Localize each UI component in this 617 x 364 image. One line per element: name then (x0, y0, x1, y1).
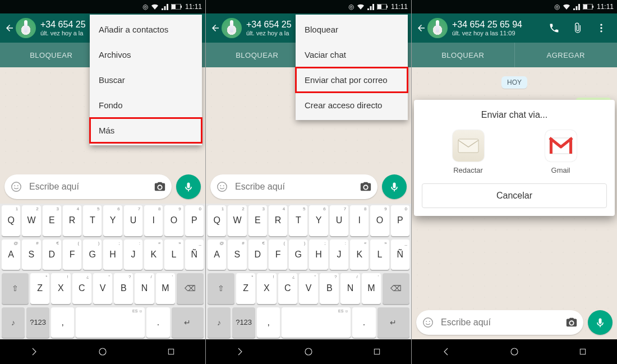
message-input[interactable] (234, 181, 354, 192)
menu-add-shortcut[interactable]: Crear acceso directo (296, 93, 408, 118)
key-a[interactable]: @A (208, 239, 226, 270)
key-k[interactable]: «K (144, 239, 163, 270)
avatar[interactable] (427, 18, 448, 38)
key-w[interactable]: 2W (22, 205, 40, 236)
key-r[interactable]: 4R (269, 205, 287, 236)
share-compose[interactable]: Redactar (453, 130, 484, 174)
key-period[interactable]: . (352, 307, 375, 338)
key-h[interactable]: ;H (103, 239, 122, 270)
back-icon[interactable] (416, 23, 426, 33)
key-b[interactable]: ?B (320, 273, 339, 304)
key-k[interactable]: «K (350, 239, 369, 270)
mic-button[interactable] (176, 174, 201, 199)
camera-icon[interactable] (154, 181, 166, 193)
key-shift[interactable]: ⇧ (208, 273, 234, 304)
key-q[interactable]: 1Q (2, 205, 20, 236)
block-button[interactable]: BLOQUEAR (412, 43, 515, 67)
share-cancel[interactable]: Cancelar (422, 183, 607, 208)
key-shift[interactable]: ⇧ (2, 273, 29, 304)
key-z[interactable]: *Z (30, 273, 49, 304)
key-d[interactable]: €D (43, 239, 61, 270)
key-n[interactable]: /N (135, 273, 154, 304)
key-backspace[interactable]: ⌫ (383, 273, 409, 304)
nav-home[interactable] (96, 345, 109, 358)
attach-icon[interactable] (572, 22, 583, 34)
back-icon[interactable] (210, 23, 220, 33)
key-x[interactable]: !X (257, 273, 276, 304)
key-a[interactable]: @A (2, 239, 20, 270)
menu-block[interactable]: Bloquear (296, 17, 408, 42)
key-o[interactable]: 9O (370, 205, 389, 236)
menu-add-contacts[interactable]: Añadir a contactos (90, 17, 202, 42)
key-i[interactable]: 8I (350, 205, 369, 236)
key-v[interactable]: "V (93, 273, 112, 304)
key-comma[interactable]: , (257, 307, 280, 338)
nav-home[interactable] (302, 345, 315, 358)
key-s[interactable]: #S (228, 239, 246, 270)
key-c[interactable]: ¿C (72, 273, 91, 304)
key-x[interactable]: !X (51, 273, 70, 304)
key-d[interactable]: €D (248, 239, 267, 270)
key-r[interactable]: 4R (63, 205, 81, 236)
key-u[interactable]: 7U (330, 205, 348, 236)
nav-recent[interactable] (371, 345, 383, 358)
nav-recent[interactable] (577, 345, 589, 358)
key-h[interactable]: ;H (309, 239, 328, 270)
key-f[interactable]: (F (63, 239, 81, 270)
back-icon[interactable] (4, 23, 15, 33)
block-button[interactable]: BLOQUEAR (0, 43, 103, 67)
nav-back[interactable] (440, 345, 452, 358)
avatar[interactable] (222, 18, 242, 38)
nav-home[interactable] (508, 345, 521, 358)
key-f[interactable]: (F (269, 239, 287, 270)
key-m[interactable]: 'M (362, 273, 381, 304)
message-input[interactable] (28, 181, 148, 192)
key-ñ[interactable]: _Ñ (391, 239, 409, 270)
avatar[interactable] (16, 18, 36, 38)
key-t[interactable]: 5T (289, 205, 307, 236)
key-space[interactable]: ES ☺ (282, 307, 351, 338)
key-e[interactable]: 3E (248, 205, 267, 236)
menu-wallpaper[interactable]: Fondo (90, 93, 202, 118)
call-icon[interactable] (549, 22, 560, 34)
key-period[interactable]: . (146, 307, 169, 338)
emoji-icon[interactable] (10, 181, 22, 193)
key-c[interactable]: ¿C (278, 273, 297, 304)
key-enter[interactable]: ↵ (377, 307, 410, 338)
key-s[interactable]: #S (22, 239, 40, 270)
keyboard[interactable]: 1Q2W3E4R5T6Y7U8I9O0P@A#S€D(F)G;H:J«K»L_Ñ… (0, 204, 205, 339)
key-y[interactable]: 6Y (103, 205, 122, 236)
block-button[interactable]: BLOQUEAR (206, 43, 309, 67)
camera-icon[interactable] (360, 181, 372, 193)
key-o[interactable]: 9O (164, 205, 183, 236)
emoji-icon[interactable] (216, 181, 228, 193)
key-ñ[interactable]: _Ñ (185, 239, 204, 270)
key-j[interactable]: :J (330, 239, 348, 270)
menu-search[interactable]: Buscar (90, 67, 202, 93)
chat-title-block[interactable]: +34 654 25 65 94 últ. vez hoy a las 11:0… (452, 20, 545, 36)
key-space[interactable]: ES ☺ (76, 307, 145, 338)
key-b[interactable]: ?B (114, 273, 133, 304)
key-comma[interactable]: , (51, 307, 74, 338)
key-j[interactable]: :J (124, 239, 142, 270)
menu-clear-chat[interactable]: Vaciar chat (296, 42, 408, 67)
key-g[interactable]: )G (289, 239, 307, 270)
emoji-icon[interactable] (422, 316, 434, 329)
add-button[interactable]: AGREGAR (515, 43, 618, 67)
key-voice[interactable]: ♪ (2, 307, 25, 338)
menu-email-chat[interactable]: Enviar chat por correo (296, 67, 408, 93)
mic-button[interactable] (382, 174, 407, 199)
nav-back[interactable] (28, 345, 40, 358)
key-voice[interactable]: ♪ (208, 307, 231, 338)
nav-recent[interactable] (165, 345, 177, 358)
key-l[interactable]: »L (370, 239, 389, 270)
key-u[interactable]: 7U (124, 205, 142, 236)
key-w[interactable]: 2W (228, 205, 246, 236)
message-input[interactable] (440, 317, 560, 328)
key-q[interactable]: 1Q (208, 205, 226, 236)
key-p[interactable]: 0P (185, 205, 204, 236)
key-z[interactable]: *Z (236, 273, 255, 304)
overflow-icon[interactable] (596, 22, 607, 34)
menu-files[interactable]: Archivos (90, 42, 202, 67)
key-y[interactable]: 6Y (309, 205, 328, 236)
